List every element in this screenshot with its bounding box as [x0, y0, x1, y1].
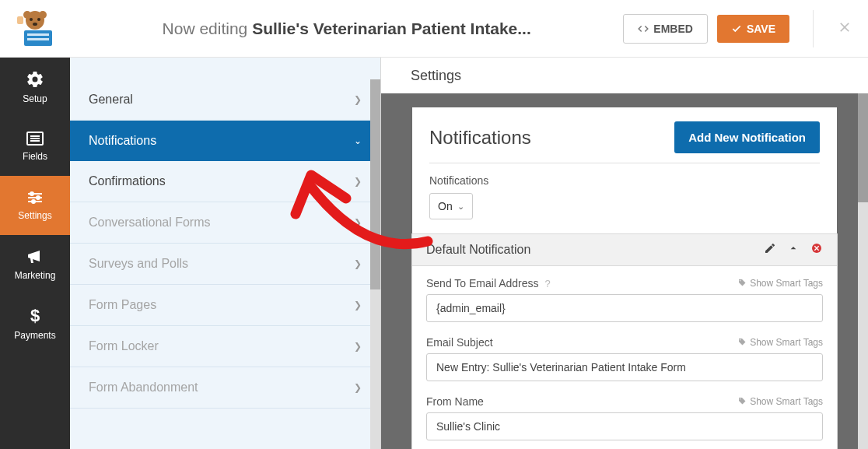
svg-point-5: [33, 23, 37, 26]
tab-form-pages[interactable]: Form Pages ❯: [70, 285, 380, 326]
notification-block-header: Default Notification: [412, 234, 837, 266]
chevron-right-icon: ❯: [354, 176, 362, 187]
top-actions: EMBED SAVE: [623, 10, 868, 47]
main-scrollbar[interactable]: [858, 93, 868, 449]
tab-surveys-label: Surveys and Polls: [89, 257, 188, 271]
vnav-setup[interactable]: Setup: [0, 58, 70, 117]
breadcrumb-label: Settings: [411, 68, 461, 84]
chevron-right-icon: ❯: [354, 217, 362, 228]
settings-sidebar: General ❯ Notifications ⌄ Confirmations …: [70, 58, 381, 449]
vnav-fields[interactable]: Fields: [0, 117, 70, 176]
subject-input[interactable]: [426, 353, 823, 381]
chevron-right-icon: ❯: [354, 382, 362, 393]
tab-general-label: General: [89, 93, 133, 107]
from-name-label: From Name: [426, 395, 484, 408]
tab-form-pages-label: Form Pages: [89, 298, 156, 312]
tab-notifications[interactable]: Notifications ⌄: [70, 121, 380, 161]
scrollbar-thumb[interactable]: [858, 93, 868, 202]
check-icon: [731, 23, 742, 34]
tag-icon: [737, 338, 747, 347]
send-to-row: Send To Email Address ? Show Smart Tags: [426, 277, 823, 322]
notifications-toggle-label: Notifications: [429, 174, 820, 187]
notifications-toggle[interactable]: On ⌄: [429, 193, 473, 219]
save-label: SAVE: [747, 23, 775, 35]
settings-tab-list: General ❯ Notifications ⌄ Confirmations …: [70, 79, 380, 409]
from-name-input[interactable]: [426, 412, 823, 440]
breadcrumb: Settings: [381, 58, 868, 93]
close-button[interactable]: [837, 19, 852, 38]
gear-icon: [26, 70, 44, 89]
smart-tags-toggle[interactable]: Show Smart Tags: [737, 337, 823, 348]
chevron-up-icon: [787, 242, 800, 254]
svg-text:$: $: [30, 307, 40, 325]
send-to-input[interactable]: [426, 294, 823, 322]
save-button[interactable]: SAVE: [717, 15, 789, 43]
vnav-fields-label: Fields: [23, 151, 47, 162]
embed-button[interactable]: EMBED: [623, 14, 708, 44]
chevron-down-icon: ⌄: [457, 202, 464, 212]
title-prefix: Now editing: [163, 19, 253, 37]
main-area: Settings Notifications Add New Notificat…: [381, 58, 868, 449]
embed-label: EMBED: [653, 23, 693, 35]
top-bar: Now editing Sullie's Veterinarian Patien…: [0, 0, 868, 58]
svg-point-3: [30, 18, 33, 21]
svg-rect-7: [27, 33, 49, 36]
logo: [0, 10, 70, 47]
tab-form-locker-label: Form Locker: [89, 339, 159, 353]
edit-button[interactable]: [764, 242, 776, 258]
notification-body: Send To Email Address ? Show Smart Tags: [412, 266, 837, 449]
collapse-button[interactable]: [787, 242, 800, 258]
panel-header: Notifications Add New Notification: [412, 121, 837, 163]
tab-conversational[interactable]: Conversational Forms ❯: [70, 202, 380, 244]
tag-icon: [737, 279, 747, 288]
workspace: Setup Fields Settings Marketing $ Paymen…: [0, 58, 868, 449]
vnav-payments[interactable]: $ Payments: [0, 294, 70, 353]
svg-point-19: [32, 200, 35, 203]
tab-conversational-label: Conversational Forms: [89, 216, 211, 230]
chevron-right-icon: ❯: [354, 341, 362, 352]
svg-point-4: [37, 18, 40, 21]
vnav-marketing-label: Marketing: [15, 270, 56, 281]
delete-button[interactable]: [810, 242, 823, 258]
tab-confirmations[interactable]: Confirmations ❯: [70, 161, 380, 202]
chevron-right-icon: ❯: [354, 94, 362, 105]
notification-block-title: Default Notification: [426, 243, 530, 257]
add-notification-button[interactable]: Add New Notification: [674, 121, 820, 153]
tab-notifications-label: Notifications: [89, 134, 156, 148]
subject-label: Email Subject: [426, 336, 493, 349]
tab-confirmations-label: Confirmations: [89, 174, 166, 188]
chevron-right-icon: ❯: [354, 300, 362, 310]
smart-tags-toggle[interactable]: Show Smart Tags: [737, 396, 823, 407]
smart-tags-label: Show Smart Tags: [750, 278, 823, 289]
vnav-setup-label: Setup: [23, 93, 47, 104]
code-icon: [638, 23, 649, 34]
tab-general[interactable]: General ❯: [70, 79, 380, 121]
svg-point-17: [37, 196, 40, 199]
sidebar-scrollbar[interactable]: [370, 79, 380, 449]
dollar-icon: $: [29, 307, 41, 325]
tab-form-abandonment-label: Form Abandonment: [89, 381, 198, 395]
tab-surveys[interactable]: Surveys and Polls ❯: [70, 244, 380, 285]
tab-form-locker[interactable]: Form Locker ❯: [70, 326, 380, 367]
svg-rect-8: [27, 38, 49, 40]
smart-tags-toggle[interactable]: Show Smart Tags: [737, 278, 823, 289]
notification-actions: [764, 242, 823, 258]
sliders-icon: [26, 190, 44, 205]
notifications-panel: Notifications Add New Notification Notif…: [412, 107, 837, 449]
scrollbar-thumb[interactable]: [370, 79, 380, 289]
divider: [813, 10, 814, 47]
vnav-settings[interactable]: Settings: [0, 176, 70, 235]
panel-title: Notifications: [429, 127, 531, 149]
tab-form-abandonment[interactable]: Form Abandonment ❯: [70, 367, 380, 409]
vnav-marketing[interactable]: Marketing: [0, 235, 70, 294]
smart-tags-label: Show Smart Tags: [750, 396, 823, 407]
svg-point-1: [23, 11, 31, 19]
vnav-payments-label: Payments: [14, 330, 55, 341]
help-icon[interactable]: ?: [545, 278, 551, 289]
vnav-settings-label: Settings: [18, 210, 51, 221]
wpforms-logo-icon: [14, 10, 57, 47]
from-name-row: From Name Show Smart Tags: [426, 395, 823, 440]
pencil-icon: [764, 242, 776, 254]
bullhorn-icon: [26, 248, 44, 265]
page-title: Now editing Sullie's Veterinarian Patien…: [70, 19, 623, 38]
